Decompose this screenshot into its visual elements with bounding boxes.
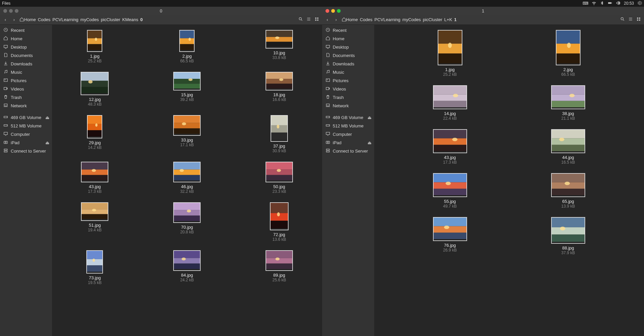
sidebar-item-connect-to-server[interactable]: Connect to Server bbox=[322, 147, 374, 155]
sidebar-item-computer[interactable]: Computer bbox=[322, 130, 374, 138]
sidebar-item-trash[interactable]: Trash bbox=[0, 93, 52, 102]
file-item[interactable]: 2.jpg 66.5 kB bbox=[167, 30, 207, 63]
sidebar-item-home[interactable]: Home bbox=[0, 35, 52, 43]
file-item[interactable]: 70.jpg 20.8 kB bbox=[167, 203, 207, 242]
file-item[interactable]: 84.jpg 24.2 kB bbox=[167, 250, 207, 285]
sidebar-item-desktop[interactable]: Desktop bbox=[0, 43, 52, 51]
breadcrumb-PCVLearning[interactable]: PCVLearning bbox=[52, 17, 78, 22]
breadcrumb-L+K[interactable]: L+K bbox=[444, 17, 452, 22]
sidebar-item-recent[interactable]: Recent bbox=[0, 26, 52, 35]
file-item[interactable]: 12.jpg 48.3 kB bbox=[75, 72, 115, 107]
sidebar-item-469-gb-volume[interactable]: 469 GB Volume ⏏ bbox=[0, 113, 52, 122]
app-name[interactable]: Files bbox=[2, 1, 10, 6]
nav-back-icon[interactable]: ‹ bbox=[3, 17, 8, 22]
nav-back-icon[interactable]: ‹ bbox=[325, 17, 330, 22]
file-item[interactable]: 14.jpg 22.4 kB bbox=[430, 86, 470, 121]
breadcrumb-Home[interactable]: Home bbox=[342, 17, 358, 22]
sidebar-item-512-mb-volume[interactable]: 512 MB Volume bbox=[0, 122, 52, 130]
titlebar[interactable]: 0 bbox=[0, 7, 322, 15]
breadcrumb-KMeans[interactable]: KMeans bbox=[122, 17, 138, 22]
sidebar-item-trash[interactable]: Trash bbox=[322, 93, 374, 102]
sidebar-item-network[interactable]: Network bbox=[0, 102, 52, 110]
sidebar-item-network[interactable]: Network bbox=[322, 102, 374, 110]
breadcrumb-picCluster[interactable]: picCluster bbox=[101, 17, 120, 22]
file-item[interactable]: 38.jpg 21.1 kB bbox=[548, 86, 588, 121]
sidebar-item-documents[interactable]: Documents bbox=[322, 51, 374, 60]
sidebar-item-ipad[interactable]: iPad ⏏ bbox=[322, 138, 374, 147]
file-item[interactable]: 43.jpg 17.3 kB bbox=[430, 129, 470, 165]
titlebar[interactable]: 1 bbox=[322, 7, 644, 15]
nav-forward-icon[interactable]: › bbox=[334, 17, 339, 22]
grid-view-icon[interactable] bbox=[636, 17, 641, 22]
file-item[interactable]: 55.jpg 49.7 kB bbox=[430, 173, 470, 209]
file-item[interactable]: 51.jpg 19.4 kB bbox=[75, 203, 115, 242]
breadcrumb-Codes[interactable]: Codes bbox=[360, 17, 373, 22]
settings-gear-icon[interactable] bbox=[637, 1, 642, 6]
list-view-icon[interactable] bbox=[306, 17, 311, 22]
file-item[interactable]: 10.jpg 33.8 kB bbox=[259, 30, 299, 63]
search-icon[interactable] bbox=[298, 17, 303, 22]
sidebar-item-documents[interactable]: Documents bbox=[0, 51, 52, 60]
file-item[interactable]: 72.jpg 13.6 kB bbox=[259, 203, 299, 242]
file-item[interactable]: 44.jpg 16.5 kB bbox=[548, 129, 588, 165]
file-item[interactable]: 2.jpg 66.5 kB bbox=[548, 30, 588, 77]
breadcrumb-Home[interactable]: Home bbox=[19, 17, 36, 22]
grid-view-icon[interactable] bbox=[314, 17, 319, 22]
sidebar-item-desktop[interactable]: Desktop bbox=[322, 43, 374, 51]
list-view-icon[interactable] bbox=[628, 17, 633, 22]
sidebar-item-downloads[interactable]: Downloads bbox=[0, 60, 52, 68]
sidebar-item-music[interactable]: Music bbox=[0, 68, 52, 76]
breadcrumb-picCluster[interactable]: picCluster bbox=[423, 17, 442, 22]
close-button[interactable] bbox=[3, 9, 7, 13]
file-item[interactable]: 50.jpg 23.3 kB bbox=[259, 162, 299, 194]
file-item[interactable]: 46.jpg 32.2 kB bbox=[167, 162, 207, 194]
file-item[interactable]: 89.jpg 25.6 kB bbox=[259, 250, 299, 285]
sidebar-item-videos[interactable]: Videos bbox=[322, 85, 374, 93]
breadcrumb-0[interactable]: 0 bbox=[140, 17, 143, 22]
sidebar-item-recent[interactable]: Recent bbox=[322, 26, 374, 35]
file-item[interactable]: 1.jpg 25.2 kB bbox=[75, 30, 115, 63]
file-item[interactable]: 37.jpg 30.9 kB bbox=[259, 115, 299, 153]
file-item[interactable]: 18.jpg 16.6 kB bbox=[259, 72, 299, 107]
sidebar-item-videos[interactable]: Videos bbox=[0, 85, 52, 93]
nav-forward-icon[interactable]: › bbox=[11, 17, 17, 22]
file-item[interactable]: 29.jpg 14.2 kB bbox=[75, 115, 115, 153]
file-item[interactable]: 73.jpg 19.5 kB bbox=[75, 250, 115, 285]
file-item[interactable]: 33.jpg 17.1 kB bbox=[167, 115, 207, 153]
sidebar-item-home[interactable]: Home bbox=[322, 35, 374, 43]
file-item[interactable]: 1.jpg 25.2 kB bbox=[430, 30, 470, 77]
maximize-button[interactable] bbox=[15, 9, 18, 13]
sidebar-item-pictures[interactable]: Pictures bbox=[322, 76, 374, 85]
sidebar-item-469-gb-volume[interactable]: 469 GB Volume ⏏ bbox=[322, 113, 374, 122]
breadcrumb-myCodes[interactable]: myCodes bbox=[402, 17, 421, 22]
minimize-button[interactable] bbox=[9, 9, 13, 13]
sidebar-item-music[interactable]: Music bbox=[322, 68, 374, 76]
file-item[interactable]: 43.jpg 17.3 kB bbox=[75, 162, 115, 194]
sidebar-item-computer[interactable]: Computer bbox=[0, 130, 52, 138]
maximize-button[interactable] bbox=[337, 9, 341, 13]
sidebar-item-downloads[interactable]: Downloads bbox=[322, 60, 374, 68]
sidebar-item-ipad[interactable]: iPad ⏏ bbox=[0, 138, 52, 147]
search-icon[interactable] bbox=[620, 17, 625, 22]
eject-icon[interactable]: ⏏ bbox=[45, 140, 49, 145]
file-item[interactable]: 76.jpg 26.9 kB bbox=[430, 217, 470, 255]
file-item[interactable]: 15.jpg 39.2 kB bbox=[167, 72, 207, 107]
eject-icon[interactable]: ⏏ bbox=[367, 140, 371, 145]
file-item[interactable]: 65.jpg 13.9 kB bbox=[548, 173, 588, 209]
file-item[interactable]: 88.jpg 37.9 kB bbox=[548, 217, 588, 255]
breadcrumb-1[interactable]: 1 bbox=[454, 17, 456, 22]
keyboard-icon[interactable]: ⌨ bbox=[583, 1, 588, 6]
bluetooth-icon[interactable] bbox=[600, 1, 604, 6]
sidebar-item-pictures[interactable]: Pictures bbox=[0, 76, 52, 85]
battery-icon[interactable] bbox=[608, 1, 612, 6]
minimize-button[interactable] bbox=[331, 9, 335, 13]
sidebar-item-512-mb-volume[interactable]: 512 MB Volume bbox=[322, 122, 374, 130]
eject-icon[interactable]: ⏏ bbox=[45, 115, 49, 120]
breadcrumb-PCVLearning[interactable]: PCVLearning bbox=[375, 17, 400, 22]
clock[interactable]: 20:53 bbox=[624, 1, 634, 6]
volume-icon[interactable] bbox=[616, 1, 621, 6]
sidebar-item-connect-to-server[interactable]: Connect to Server bbox=[0, 147, 52, 155]
close-button[interactable] bbox=[326, 9, 329, 13]
breadcrumb-Codes[interactable]: Codes bbox=[38, 17, 51, 22]
breadcrumb-myCodes[interactable]: myCodes bbox=[81, 17, 99, 22]
